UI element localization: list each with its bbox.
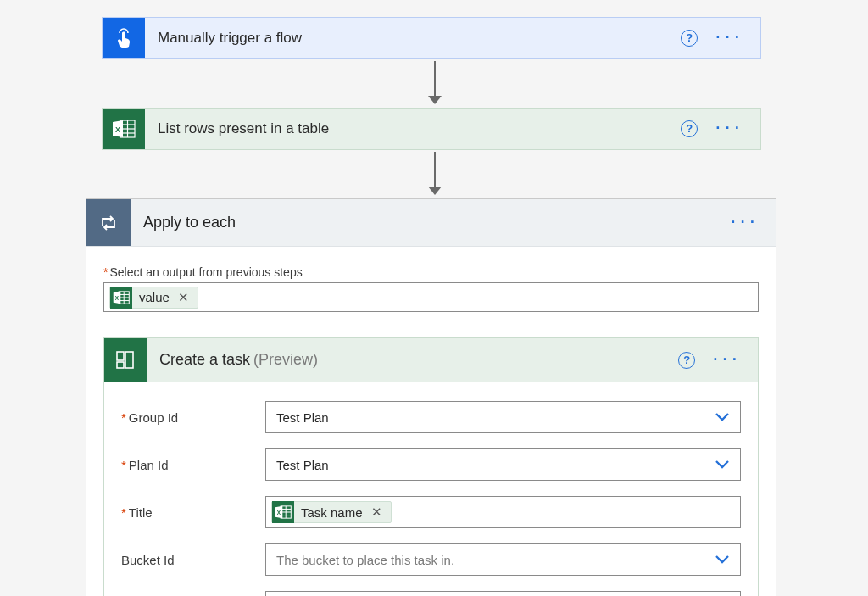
group-id-select[interactable]: Test Plan xyxy=(265,401,741,433)
svg-text:X: X xyxy=(115,294,120,300)
step-create-task: Create a task(Preview) ? ··· *Group Id T… xyxy=(103,337,759,596)
touch-icon xyxy=(103,18,145,58)
token-label: value xyxy=(139,290,170,304)
step-apply-to-each: Apply to each ··· *Select an output from… xyxy=(86,198,776,596)
help-icon[interactable]: ? xyxy=(681,30,698,47)
step-title: Apply to each xyxy=(131,214,730,231)
token-task-name[interactable]: X Task name ✕ xyxy=(271,501,392,523)
remove-token-icon[interactable]: ✕ xyxy=(178,290,189,305)
field-bucket-id: Bucket Id The bucket to place this task … xyxy=(121,543,741,576)
svg-text:X: X xyxy=(115,125,120,134)
more-icon[interactable]: ··· xyxy=(715,31,743,45)
help-icon[interactable]: ? xyxy=(678,352,695,369)
apply-to-each-header[interactable]: Apply to each ··· xyxy=(86,199,776,247)
excel-icon: X xyxy=(110,287,132,309)
excel-icon: X xyxy=(103,109,145,149)
token-label: Task name xyxy=(301,505,363,520)
title-input[interactable]: X Task name ✕ xyxy=(265,496,741,528)
planner-icon xyxy=(104,338,147,382)
field-group-id: *Group Id Test Plan xyxy=(121,401,741,433)
step-list-rows[interactable]: X List rows present in a table ? ··· xyxy=(102,108,761,150)
more-icon[interactable]: ··· xyxy=(715,122,743,136)
remove-token-icon[interactable]: ✕ xyxy=(371,504,382,520)
plan-id-select[interactable]: Test Plan xyxy=(265,448,741,481)
excel-icon: X xyxy=(272,501,294,523)
select-output-field[interactable]: X value ✕ xyxy=(103,282,759,312)
start-date-time-input[interactable]: The datetime the task starts (Ex. '2018-… xyxy=(265,591,741,596)
more-icon[interactable]: ··· xyxy=(712,354,741,367)
select-output-label: *Select an output from previous steps xyxy=(103,265,759,279)
svg-text:X: X xyxy=(277,510,281,515)
arrow-connector xyxy=(428,61,442,104)
step-title: List rows present in a table xyxy=(145,120,681,137)
help-icon[interactable]: ? xyxy=(681,120,698,137)
field-title: *Title xyxy=(121,496,741,528)
chevron-down-icon xyxy=(715,460,730,470)
more-icon[interactable]: ··· xyxy=(730,216,759,230)
step-title: Create a task(Preview) xyxy=(147,351,318,369)
chevron-down-icon xyxy=(715,554,730,565)
arrow-connector xyxy=(428,152,442,195)
svg-rect-16 xyxy=(125,352,133,368)
create-task-header[interactable]: Create a task(Preview) ? ··· xyxy=(104,338,758,382)
step-manually-trigger[interactable]: Manually trigger a flow ? ··· xyxy=(102,17,761,59)
bucket-id-select[interactable]: The bucket to place this task in. xyxy=(265,543,741,576)
field-plan-id: *Plan Id Test Plan xyxy=(121,448,741,481)
token-value[interactable]: X value ✕ xyxy=(109,287,198,309)
loop-icon xyxy=(86,199,131,246)
svg-rect-15 xyxy=(117,362,124,368)
chevron-down-icon xyxy=(715,412,730,422)
step-title: Manually trigger a flow xyxy=(145,30,681,47)
svg-rect-14 xyxy=(117,352,124,360)
field-start-date-time: Start Date Time The datetime the task st… xyxy=(121,591,741,596)
